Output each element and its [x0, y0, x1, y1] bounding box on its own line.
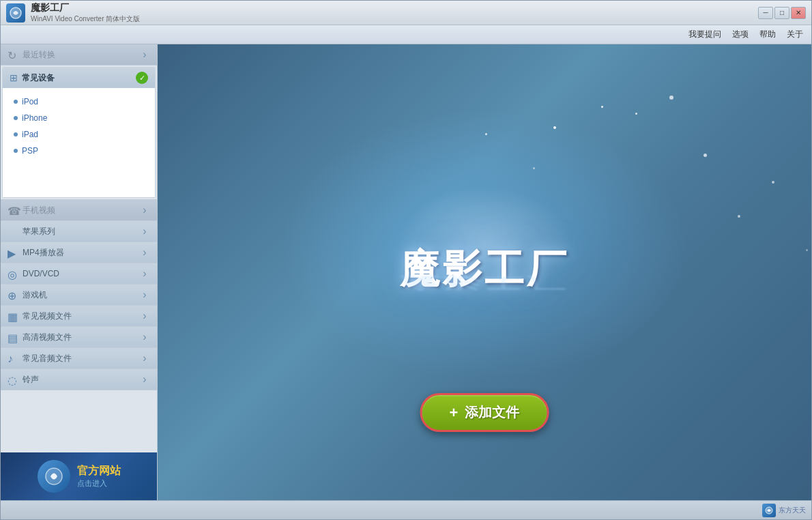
hd-icon: ▤ — [8, 332, 18, 343]
sparkle-3 — [704, 154, 707, 157]
sparkle-6 — [485, 133, 487, 135]
ring-icon: ◌ — [8, 374, 18, 385]
app-title-reflection: 魔影工厂 — [400, 272, 569, 293]
game-header[interactable]: ⊕ 游戏机 — [1, 285, 157, 305]
banner-logo — [38, 460, 70, 493]
device-iphone[interactable]: iPhone — [11, 110, 147, 126]
device-name-iphone: iPhone — [22, 113, 47, 123]
mobile-video-label: 手机视频 — [23, 205, 135, 216]
banner-text: 官方网站 点击进入 — [77, 464, 121, 489]
hd-video-header[interactable]: ▤ 高清视频文件 — [1, 327, 157, 347]
minimize-button[interactable]: ─ — [758, 7, 773, 19]
refresh-icon — [8, 49, 18, 60]
common-audio-section: ♪ 常见音频文件 — [1, 348, 157, 369]
sparkle-4 — [601, 106, 603, 108]
dot-icon — [14, 100, 18, 104]
sparkle-2 — [635, 113, 637, 115]
mp4-icon: ▶ — [8, 247, 18, 258]
common-audio-header[interactable]: ♪ 常见音频文件 — [1, 348, 157, 369]
arrow-icon — [139, 268, 150, 279]
sparkle-8 — [533, 167, 535, 169]
sparkle-7 — [669, 96, 673, 100]
mp4-section: ▶ MP4播放器 — [1, 242, 157, 263]
menu-bar: 我要提问 选项 帮助 关于 — [1, 25, 811, 44]
add-file-text: 添加文件 — [465, 403, 519, 422]
mobile-video-header[interactable]: ☎ 手机视频 — [1, 200, 157, 220]
arrow-icon — [139, 205, 150, 216]
common-devices-expanded: ⊞ 常见设备 ✓ iPod iPhone — [2, 67, 156, 198]
arrow-icon — [139, 353, 150, 364]
dot-icon — [14, 116, 18, 120]
mobile-video-section: ☎ 手机视频 — [1, 200, 157, 221]
arrow-icon — [139, 226, 150, 237]
app-name: 魔影工厂 — [31, 2, 140, 14]
common-devices-label: 常见设备 — [22, 72, 132, 84]
common-video-section: ▦ 常见视频文件 — [1, 306, 157, 327]
game-label: 游戏机 — [23, 289, 135, 301]
recent-arrow — [139, 49, 150, 60]
official-subtitle: 点击进入 — [77, 478, 121, 489]
checkmark-icon: ✓ — [136, 72, 148, 84]
ringtone-section: ◌ 铃声 — [1, 369, 157, 390]
dvd-section: ◎ DVD/VCD — [1, 263, 157, 285]
mp4-header[interactable]: ▶ MP4播放器 — [1, 242, 157, 263]
window-controls: ─ □ ✕ — [758, 7, 806, 19]
dot-icon — [14, 149, 18, 153]
official-banner[interactable]: 官方网站 点击进入 — [1, 452, 157, 500]
apple-series-label: 苹果系列 — [23, 226, 135, 237]
common-audio-label: 常见音频文件 — [23, 353, 135, 364]
device-ipad[interactable]: iPad — [11, 126, 147, 143]
dvd-label: DVD/VCD — [23, 269, 135, 278]
mp4-label: MP4播放器 — [23, 247, 135, 259]
recent-header[interactable]: 最近转换 — [1, 44, 157, 65]
menu-options[interactable]: 选项 — [732, 29, 749, 40]
video-icon: ▦ — [8, 310, 18, 321]
hd-video-section: ▤ 高清视频文件 — [1, 327, 157, 348]
common-video-label: 常见视频文件 — [23, 310, 135, 322]
menu-about[interactable]: 关于 — [787, 29, 803, 40]
sparkle-9 — [738, 215, 740, 218]
device-name-psp: PSP — [22, 146, 38, 156]
add-file-button[interactable]: + 添加文件 — [420, 393, 549, 432]
common-devices-header[interactable]: ⊞ 常见设备 ✓ — [3, 68, 155, 88]
bottom-bar: 东方天天 — [1, 500, 811, 519]
sparkle-10 — [806, 249, 808, 251]
common-devices-section: ⊞ 常见设备 ✓ iPod iPhone — [1, 66, 157, 200]
maximize-button[interactable]: □ — [774, 7, 789, 19]
game-icon: ⊕ — [8, 289, 18, 300]
arrow-icon — [139, 332, 150, 343]
apple-series-header[interactable]: 苹果系列 — [1, 221, 157, 242]
main-content: 最近转换 ⊞ 常见设备 ✓ iPod — [1, 44, 811, 500]
game-section: ⊕ 游戏机 — [1, 285, 157, 306]
device-icon: ⊞ — [10, 72, 18, 83]
bottom-logo-img — [762, 504, 776, 517]
app-logo — [6, 3, 25, 23]
menu-ask[interactable]: 我要提问 — [688, 29, 721, 40]
app-subtitle: WinAVI Video Converter 简体中文版 — [31, 14, 140, 24]
common-video-header[interactable]: ▦ 常见视频文件 — [1, 306, 157, 326]
recent-section: 最近转换 — [1, 44, 157, 66]
title-text: 魔影工厂 WinAVI Video Converter 简体中文版 — [31, 2, 140, 24]
title-bar: 魔影工厂 WinAVI Video Converter 简体中文版 ─ □ ✕ — [1, 1, 811, 25]
apple-icon — [8, 226, 18, 237]
hd-video-label: 高清视频文件 — [23, 332, 135, 343]
sparkle-5 — [772, 181, 774, 184]
arrow-icon — [139, 289, 150, 300]
plus-icon: + — [450, 404, 459, 422]
device-name-ipad: iPad — [22, 130, 38, 139]
dvd-header[interactable]: ◎ DVD/VCD — [1, 263, 157, 284]
content-area: 魔影工厂 魔影工厂 + 添加文件 — [158, 44, 811, 500]
menu-help[interactable]: 帮助 — [759, 29, 776, 40]
bottom-logo: 东方天天 — [762, 504, 806, 517]
device-name-ipod: iPod — [22, 97, 38, 106]
arrow-icon — [139, 247, 150, 258]
sidebar: 最近转换 ⊞ 常见设备 ✓ iPod — [1, 44, 158, 500]
bottom-logo-text: 东方天天 — [779, 506, 806, 515]
device-ipod[interactable]: iPod — [11, 93, 147, 110]
device-psp[interactable]: PSP — [11, 143, 147, 159]
sidebar-footer: 官方网站 点击进入 — [1, 390, 157, 500]
arrow-icon — [139, 310, 150, 321]
close-button[interactable]: ✕ — [791, 7, 806, 19]
ringtone-header[interactable]: ◌ 铃声 — [1, 369, 157, 390]
recent-label: 最近转换 — [23, 49, 135, 61]
